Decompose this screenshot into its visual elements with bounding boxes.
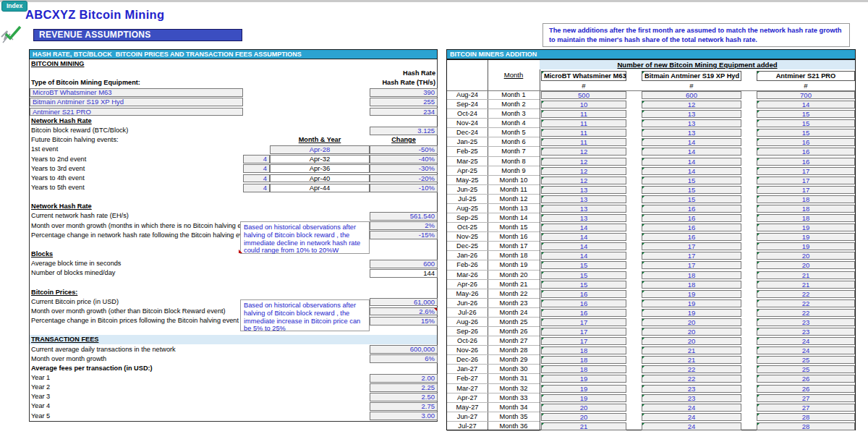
date-cell[interactable]: Apr-26: [447, 280, 488, 289]
equipment-name-cell[interactable]: MicroBT Whatsminer M63: [30, 88, 243, 97]
month-cell[interactable]: Month 13: [488, 204, 540, 213]
equipment-count-cell[interactable]: 22: [757, 299, 855, 307]
equipment-count-cell[interactable]: 20: [757, 261, 855, 269]
equipment-count-cell[interactable]: 20: [541, 413, 626, 421]
equipment-count-cell[interactable]: 17: [757, 167, 855, 175]
value-cell[interactable]: 3.00: [370, 412, 438, 420]
equipment-count-cell[interactable]: 25: [757, 365, 855, 373]
date-cell[interactable]: Nov-24: [447, 119, 488, 128]
equipment-count-cell[interactable]: 15: [642, 195, 741, 203]
equipment-count-cell[interactable]: 19: [541, 375, 626, 383]
equipment-count-cell[interactable]: 25: [757, 356, 855, 364]
equipment-count-cell[interactable]: 14: [541, 252, 626, 260]
value-cell[interactable]: 2.75: [370, 402, 438, 411]
equipment-count-cell[interactable]: 17: [541, 328, 626, 336]
equipment-count-cell[interactable]: 15: [642, 186, 741, 194]
equipment-count-cell[interactable]: 19: [757, 233, 855, 241]
date-cell[interactable]: Aug-24: [447, 90, 488, 100]
value-cell[interactable]: -15%: [370, 231, 438, 239]
date-cell[interactable]: Mar-25: [447, 157, 488, 166]
equipment-count-cell[interactable]: 16: [757, 158, 855, 166]
month-cell[interactable]: Month 28: [488, 346, 540, 355]
equipment-count-cell[interactable]: 12: [541, 158, 626, 166]
equipment-count-cell[interactable]: 21: [757, 281, 855, 289]
month-cell[interactable]: Month 4: [488, 119, 540, 128]
month-cell[interactable]: Month 24: [488, 308, 540, 318]
equipment-count-cell[interactable]: 15: [541, 281, 626, 289]
date-cell[interactable]: Nov-25: [447, 232, 488, 242]
date-cell[interactable]: Dec-26: [447, 355, 488, 365]
equipment-count-cell[interactable]: 14: [642, 148, 741, 156]
equipment-count-cell[interactable]: 15: [642, 176, 741, 184]
equipment-count-cell[interactable]: 19: [541, 385, 626, 393]
equipment-name-cell[interactable]: Antminer S21 PRO: [30, 108, 243, 116]
equipment-count-cell[interactable]: 17: [757, 186, 855, 194]
month-cell[interactable]: Month 19: [488, 260, 540, 270]
date-cell[interactable]: Jan-26: [447, 251, 488, 260]
value-cell[interactable]: 61,000: [370, 298, 438, 307]
value-cell[interactable]: 600,000: [370, 345, 438, 354]
equipment-count-cell[interactable]: 21: [642, 356, 741, 364]
month-cell[interactable]: Month 25: [488, 318, 540, 327]
equipment-count-cell[interactable]: 20: [642, 337, 741, 345]
equipment-count-cell[interactable]: 18: [757, 205, 855, 213]
equipment-count-cell[interactable]: 27: [757, 404, 855, 412]
equipment-count-cell[interactable]: 14: [642, 158, 741, 166]
equipment-count-cell[interactable]: 22: [642, 365, 741, 373]
month-cell[interactable]: Month 21: [488, 280, 540, 289]
equipment-count-cell[interactable]: 16: [541, 290, 626, 298]
value-cell[interactable]: 234: [370, 108, 438, 116]
equipment-count-cell[interactable]: 14: [642, 138, 741, 146]
date-cell[interactable]: Apr-27: [447, 393, 488, 403]
equipment-count-cell[interactable]: 15: [757, 119, 855, 127]
change-cell[interactable]: -40%: [370, 155, 438, 163]
equipment-count-cell[interactable]: 23: [757, 328, 855, 336]
month-cell[interactable]: Month 30: [488, 365, 540, 374]
equipment-count-cell[interactable]: 19: [757, 224, 855, 231]
years-cell[interactable]: 4: [243, 164, 270, 173]
equipment-count-cell[interactable]: 18: [541, 346, 626, 354]
equipment-count-cell[interactable]: 27: [757, 394, 855, 402]
equipment-count-cell[interactable]: 15: [757, 129, 855, 137]
equipment-count-cell[interactable]: 24: [757, 337, 855, 345]
date-cell[interactable]: Jul-26: [447, 308, 488, 318]
date-cell[interactable]: Feb-27: [447, 374, 488, 383]
month-cell[interactable]: Month 23: [488, 299, 540, 308]
equipment-count-cell[interactable]: 19: [757, 242, 855, 250]
equipment-count-cell[interactable]: 16: [642, 233, 741, 241]
month-cell[interactable]: Month 8: [488, 157, 540, 166]
equipment-count-cell[interactable]: 15: [541, 271, 626, 279]
equipment-count-cell[interactable]: 19: [642, 299, 741, 307]
date-cell[interactable]: Jan-27: [447, 365, 488, 374]
month-cell[interactable]: Month 10: [488, 176, 540, 185]
equipment-count-cell[interactable]: 28: [757, 422, 855, 430]
equipment-count-cell[interactable]: 24: [642, 413, 741, 421]
equipment-count-cell[interactable]: 14: [541, 242, 626, 250]
equipment-count-cell[interactable]: 28: [757, 413, 855, 421]
equipment-count-cell[interactable]: 18: [757, 195, 855, 203]
date-cell[interactable]: May-26: [447, 289, 488, 299]
equipment-count-cell[interactable]: 19: [642, 290, 741, 298]
month-year-cell[interactable]: Apr-36: [270, 164, 370, 173]
date-cell[interactable]: Oct-26: [447, 336, 488, 346]
value-cell[interactable]: 390: [370, 88, 438, 97]
value-cell[interactable]: 561.540: [370, 212, 438, 221]
month-cell[interactable]: Month 14: [488, 213, 540, 223]
equipment-count-cell[interactable]: 14: [541, 233, 626, 241]
date-cell[interactable]: Feb-26: [447, 260, 488, 270]
equipment-count-cell[interactable]: 21: [642, 346, 741, 354]
equipment-count-cell[interactable]: 23: [642, 385, 741, 393]
change-cell[interactable]: -10%: [370, 184, 438, 192]
month-cell[interactable]: Month 5: [488, 128, 540, 137]
equipment-count-cell[interactable]: 11: [541, 138, 626, 146]
equipment-count-cell[interactable]: 15: [757, 110, 855, 118]
equipment-count-cell[interactable]: 14: [541, 224, 626, 231]
equipment-count-cell[interactable]: 13: [642, 110, 741, 118]
month-cell[interactable]: Month 32: [488, 384, 540, 393]
date-cell[interactable]: Jan-25: [447, 137, 488, 147]
month-cell[interactable]: Month 33: [488, 393, 540, 403]
month-cell[interactable]: Month 9: [488, 166, 540, 176]
equipment-count-cell[interactable]: 13: [541, 186, 626, 194]
month-cell[interactable]: Month 20: [488, 271, 540, 280]
month-cell[interactable]: Month 7: [488, 147, 540, 156]
